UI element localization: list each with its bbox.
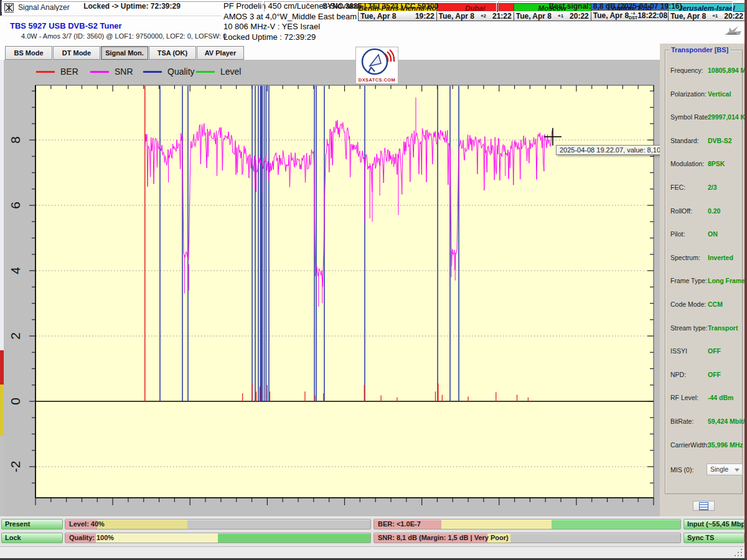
transponder-field-label: Polarization:: [670, 90, 707, 98]
transponder-field-value: DVB-S2: [708, 137, 732, 144]
transponder-field-label: ISSYI: [670, 347, 687, 355]
chevron-down-icon: [735, 469, 740, 472]
tab-dt-mode[interactable]: DT Mode: [53, 46, 100, 60]
present-indicator: Present: [1, 519, 63, 530]
transponder-field-label: FEC:: [670, 184, 685, 191]
left-signal-strip: [0, 60, 4, 516]
transponder-field-row: Symbol Rate:29997,014 KS/s: [670, 113, 739, 122]
mis-label: MIS (0):: [670, 466, 693, 474]
mis-row: MIS (0): Single: [670, 466, 739, 474]
tab-tsa[interactable]: TSA (OK): [149, 46, 196, 60]
transponder-field-row: RollOff:0.20: [670, 207, 739, 216]
transponder-field-value: CCM: [708, 301, 723, 308]
clock-date: Tue, Apr 8: [439, 12, 474, 21]
transponder-groupbox: Transponder [BS] Frequency:10805,894 MHz…: [665, 50, 743, 494]
transponder-field-row: BitRate:59,424 Mbit/s: [670, 418, 739, 426]
svg-text:6: 6: [8, 202, 22, 209]
transponder-field-value: 2/3: [708, 184, 717, 191]
snr-meter: SNR: 8,1 dB (Margin: 1,5 dB | Very Poor): [374, 533, 681, 543]
input-indicator: Input (~55,45 Mbps): [684, 519, 745, 530]
transponder-field-row: Frame Type:Long Frame: [670, 277, 739, 286]
transponder-field-label: CarrierWidth:: [670, 441, 709, 449]
transponder-field-row: Stream type:Transport: [670, 324, 739, 333]
mode-tabs: BS Mode DT Mode Signal Mon. TSA (OK) AV …: [5, 46, 245, 60]
transponder-field-label: Frequency:: [670, 67, 703, 74]
window-edge-right: [745, 0, 747, 560]
transponder-field-value: 59,424 Mbit/s: [708, 418, 747, 425]
transponder-field-row: CarrierWidth:35,996 MHz: [670, 441, 739, 450]
transponder-field-row: Standard:DVB-S2: [670, 137, 739, 146]
transponder-field-label: Modulation:: [670, 160, 704, 167]
mis-selected-value: Single: [710, 465, 728, 473]
left-strip-red-segment: [0, 350, 4, 385]
clock-time: 20:22: [724, 12, 743, 21]
clock-time: 20:22: [570, 12, 589, 21]
save-button[interactable]: [693, 501, 715, 511]
site-line-4: Locked Uptime : 72:39:29: [223, 32, 360, 43]
transponder-field-row: NPD:OFF: [670, 371, 739, 380]
transponder-field-label: Code Mode:: [670, 301, 706, 308]
transponder-field-value: 8PSK: [708, 160, 725, 167]
svg-text:4: 4: [8, 267, 22, 274]
left-strip-yellow-segment: [0, 385, 4, 436]
ber-meter: BER: <1.0E-7: [374, 519, 681, 530]
tab-signal-mon[interactable]: Signal Mon.: [101, 46, 148, 60]
tuner-subtitle: 4.0W - Amos 3/7 (ID: 3560) @ LOF1: 97500…: [21, 32, 227, 40]
clock-time: 21:22: [492, 12, 512, 21]
transponder-field-value: 10805,894 MHz: [708, 67, 747, 74]
clock-utc-offset: +1: [706, 14, 724, 19]
tab-av-player[interactable]: AV Player: [197, 46, 244, 60]
transponder-field-row: ISSYIOFF: [670, 347, 739, 356]
transponder-field-label: NPD:: [670, 371, 686, 378]
transponder-field-value: 29997,014 KS/s: [708, 113, 747, 121]
svg-text:2: 2: [8, 332, 22, 340]
status-bar: [0, 546, 747, 559]
tab-bs-mode[interactable]: BS Mode: [5, 46, 52, 60]
site-line-3: 10 806 MHz-V : YES Israel: [223, 22, 360, 32]
level-meter: Level: 40%: [65, 519, 371, 530]
transponder-field-row: Spectrum:Inverted: [670, 254, 739, 263]
transponder-field-value: Long Frame: [708, 277, 745, 284]
disk-icon: [699, 502, 708, 510]
clock-utc-offset: +1: [552, 14, 570, 19]
transponder-field-label: Spectrum:: [670, 254, 700, 261]
transponder-field-label: Pilot:: [670, 230, 685, 238]
sync-ts-indicator: Sync TS: [684, 533, 745, 543]
transponder-field-row: RF Level:-44 dBm: [670, 394, 739, 403]
status-best-signal: Best signal: 8,8 dB (2025-04-07 19:16): [498, 1, 733, 12]
resize-grip[interactable]: [735, 549, 743, 558]
transponder-field-value: -44 dBm: [708, 394, 733, 401]
transponder-field-value: OFF: [708, 371, 721, 378]
status-uptime: Locked -> Uptime: 72:39:29: [1, 1, 263, 12]
clock-date: Tue, Apr 8: [360, 12, 396, 21]
tuner-title: TBS 5927 USB DVB-S2 Tuner: [10, 21, 122, 30]
transponder-field-value: Inverted: [708, 254, 733, 261]
transponder-field-value: OFF: [708, 347, 721, 355]
transponder-field-label: Standard:: [670, 137, 699, 144]
transponder-field-label: Stream type:: [670, 324, 708, 332]
transponder-field-value: Transport: [708, 324, 738, 332]
hand-icon: [721, 24, 743, 36]
transponder-field-row: FEC:2/3: [670, 184, 739, 192]
site-line-2: AMOS 3 at 4,0°W_Middle East beam: [223, 12, 360, 22]
transponder-field-label: Symbol Rate:: [670, 113, 710, 121]
clock-date: Tue, Apr 8: [593, 11, 629, 20]
transponder-field-row: Modulation:8PSK: [670, 160, 739, 169]
quality-meter: Quality: 100%: [65, 533, 371, 543]
transponder-field-row: Pilot:ON: [670, 230, 739, 239]
transponder-field-row: Code Mode:CCM: [670, 301, 739, 309]
transponder-field-label: Frame Type:: [670, 277, 707, 284]
transponder-field-row: Frequency:10805,894 MHz: [670, 67, 739, 75]
transponder-field-value: ON: [708, 230, 718, 238]
transponder-field-value: Vertical: [708, 90, 731, 98]
clock-date: Tue, Apr 8: [516, 12, 552, 21]
transponder-title: Transponder [BS]: [669, 46, 730, 54]
transponder-field-value: 35,996 MHz: [708, 441, 743, 449]
transponder-field-row: Polarization:Vertical: [670, 90, 739, 99]
signal-chart[interactable]: 86420-2: [5, 60, 657, 516]
mis-dropdown[interactable]: Single: [707, 464, 743, 475]
status-sync-counters: SYNC 3886 | TEI 3523 | CC 59300: [264, 1, 497, 12]
svg-text:0: 0: [8, 398, 22, 405]
clock-utc-offset: +2: [474, 14, 492, 19]
left-strip-gray-segment: [0, 436, 4, 516]
